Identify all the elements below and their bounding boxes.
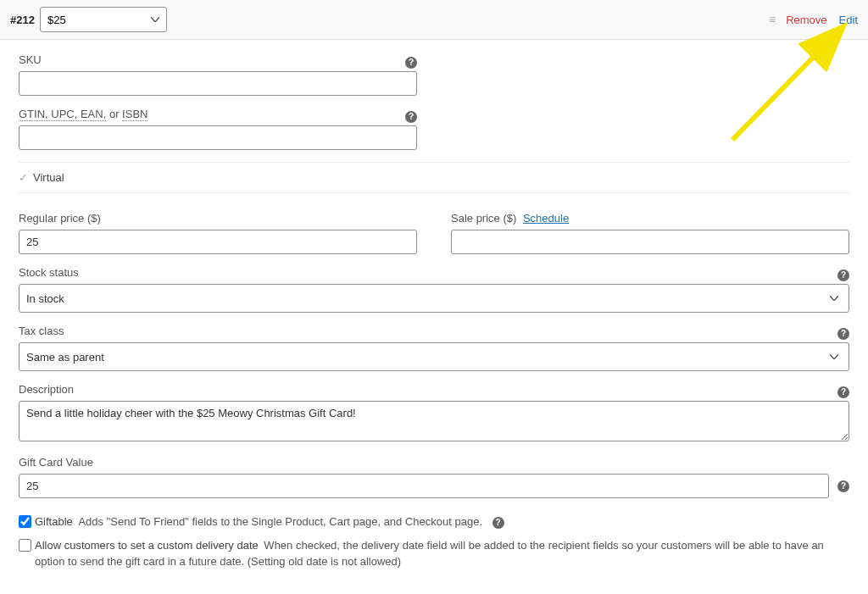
regular-price-label: Regular price ($) (19, 212, 417, 225)
description-textarea[interactable] (19, 401, 849, 441)
description-label: Description (19, 383, 74, 396)
help-icon[interactable]: ? (837, 328, 849, 340)
virtual-checkbox-row: ✓ Virtual (19, 162, 849, 193)
schedule-link[interactable]: Schedule (523, 212, 569, 225)
giftable-checkbox[interactable] (19, 515, 31, 528)
check-icon: ✓ (19, 171, 28, 184)
custom-delivery-date-checkbox[interactable] (19, 539, 31, 552)
sale-price-label: Sale price ($) Schedule (451, 212, 849, 225)
sale-price-input[interactable] (451, 230, 849, 254)
variation-attribute-select[interactable]: $25 (40, 7, 167, 32)
gift-card-value-input[interactable] (19, 474, 829, 498)
regular-price-input[interactable] (19, 230, 417, 254)
giftable-desc: Adds "Send To Friend" fields to the Sing… (78, 515, 482, 528)
help-icon[interactable]: ? (837, 480, 849, 492)
help-icon[interactable]: ? (405, 111, 417, 123)
variation-id: #212 (10, 14, 35, 26)
custom-delivery-date-label: Allow customers to set a custom delivery… (35, 539, 259, 552)
giftable-label: Giftable (35, 515, 73, 528)
tax-class-select[interactable]: Same as parent (19, 342, 849, 371)
help-icon[interactable]: ? (492, 517, 504, 529)
sku-label: SKU (19, 53, 42, 66)
stock-status-label: Stock status (19, 266, 79, 279)
variation-header: #212 $25 ≡ Remove Edit (0, 0, 868, 40)
stock-status-select[interactable]: In stock (19, 284, 849, 313)
tax-class-label: Tax class (19, 325, 64, 337)
sku-input[interactable] (19, 71, 417, 96)
help-icon[interactable]: ? (837, 269, 849, 281)
help-icon[interactable]: ? (837, 386, 849, 398)
drag-handle-icon[interactable]: ≡ (769, 13, 774, 26)
help-icon[interactable]: ? (405, 57, 417, 69)
remove-link[interactable]: Remove (786, 14, 826, 26)
edit-link[interactable]: Edit (839, 14, 858, 26)
gtin-input[interactable] (19, 125, 417, 150)
gift-card-value-label: Gift Card Value (19, 456, 849, 469)
virtual-label[interactable]: Virtual (33, 171, 64, 184)
gtin-label: GTIN, UPC, EAN, or ISBN (19, 108, 147, 120)
